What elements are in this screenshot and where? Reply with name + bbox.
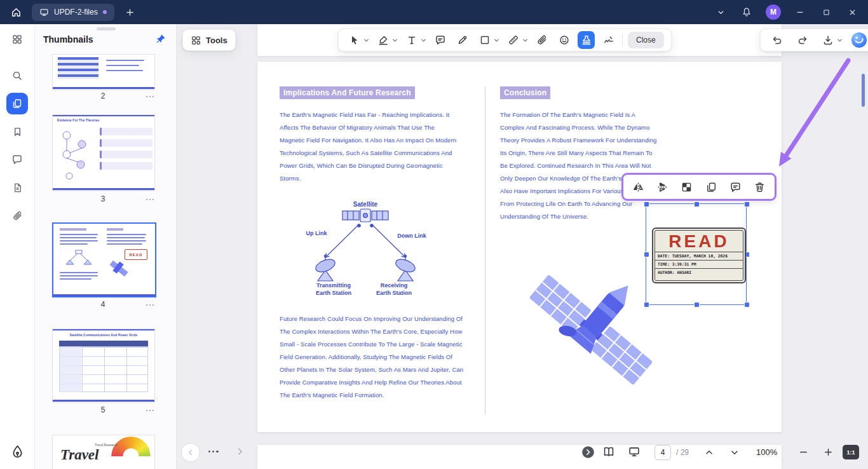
thumbnail-menu-button[interactable]	[142, 405, 158, 416]
pencil-tool[interactable]	[454, 31, 471, 49]
document-tab[interactable]: UPDF-2-files	[32, 4, 114, 21]
page-thumbnail-5[interactable]: Satellite Communications And Power Grids	[52, 329, 155, 402]
thumbnails-panel: Thumbnails 2 Evidence For The Theories 3	[35, 24, 177, 469]
select-dropdown-chevron[interactable]	[363, 37, 369, 43]
resize-handle[interactable]	[644, 201, 649, 207]
diagram-label-transmitting: TransmittingEarth Station	[301, 282, 367, 297]
tools-button[interactable]: Tools	[182, 29, 236, 51]
sticker-tool[interactable]	[555, 31, 573, 49]
annotations-list-button[interactable]	[6, 177, 28, 198]
column-divider	[485, 87, 485, 414]
vertical-scrollbar[interactable]	[862, 74, 865, 107]
thumbnail-menu-button[interactable]	[142, 300, 158, 310]
notifications-button[interactable]	[740, 5, 754, 19]
page-thumbnail-2[interactable]	[52, 54, 155, 90]
page-current[interactable]: Implications And Future Research The Ear…	[257, 62, 782, 432]
highlight-dropdown-chevron[interactable]	[392, 37, 398, 43]
stamp-author: AUTHOR: ANSARI	[655, 268, 743, 276]
undo-button[interactable]	[768, 31, 785, 49]
resize-handle[interactable]	[644, 252, 649, 257]
home-button[interactable]	[9, 5, 23, 19]
text-dropdown-chevron[interactable]	[421, 37, 426, 43]
select-tool[interactable]	[346, 31, 363, 49]
shape-dropdown-chevron[interactable]	[494, 37, 499, 43]
stamp-tool[interactable]	[578, 31, 595, 49]
redo-button[interactable]	[794, 31, 811, 49]
minimize-icon	[796, 8, 804, 17]
updf-logo	[6, 440, 28, 462]
attachment-tool[interactable]	[533, 31, 550, 49]
home-panel-button[interactable]	[6, 29, 28, 50]
titlebar-collapse-button[interactable]	[714, 5, 728, 19]
page-next	[257, 445, 782, 469]
duplicate-button[interactable]	[702, 177, 721, 196]
panel-drag-handle[interactable]	[97, 27, 116, 31]
measure-dropdown-chevron[interactable]	[522, 37, 528, 43]
pin-icon[interactable]	[156, 34, 166, 44]
bookmarks-button[interactable]	[6, 121, 28, 142]
close-toolbar-button[interactable]: Close	[628, 32, 664, 48]
save-dropdown-chevron[interactable]	[837, 37, 843, 43]
flip-horizontal-button[interactable]	[628, 177, 648, 196]
new-tab-button[interactable]	[123, 5, 137, 19]
next-page-button[interactable]	[235, 447, 245, 456]
resize-handle[interactable]	[694, 201, 700, 207]
diagram-label-satellite: Satellite	[340, 201, 391, 208]
search-button[interactable]	[6, 65, 28, 86]
actual-size-button[interactable]: 1:1	[843, 445, 859, 459]
slideshow-button[interactable]	[628, 445, 641, 458]
monitor-icon	[39, 8, 49, 17]
page-thumbnail-3[interactable]: Evidence For The Theories	[52, 114, 155, 191]
zoom-out-button[interactable]	[798, 447, 809, 458]
section-heading: Conclusion	[500, 86, 550, 99]
resize-handle[interactable]	[744, 302, 750, 308]
sticky-note-tool[interactable]	[431, 31, 449, 49]
diagram-label-uplink: Up Link	[297, 229, 336, 237]
resize-handle[interactable]	[644, 302, 649, 308]
thumbnails-panel-button[interactable]	[6, 93, 28, 114]
delete-button[interactable]	[750, 177, 770, 196]
diagram-label-receiving: ReceivingEarth Station	[361, 282, 427, 297]
satellite-illustration	[518, 268, 664, 392]
tools-icon	[191, 35, 201, 46]
tools-label: Tools	[206, 36, 227, 45]
opacity-button[interactable]	[677, 177, 696, 196]
signature-tool[interactable]	[600, 31, 617, 49]
page-up-button[interactable]	[704, 447, 714, 458]
satellite-link-diagram: Satellite Up Link Down Link Transmitting…	[286, 200, 445, 297]
page-down-button[interactable]	[729, 447, 740, 458]
resize-handle[interactable]	[694, 302, 700, 308]
measure-tool[interactable]	[505, 31, 522, 49]
zoom-in-button[interactable]	[823, 447, 834, 458]
thumbnail-menu-button[interactable]	[142, 92, 158, 102]
user-avatar[interactable]: M	[766, 4, 781, 20]
resize-handle[interactable]	[744, 201, 750, 207]
more-pages-button[interactable]	[208, 451, 219, 452]
highlight-tool[interactable]	[374, 31, 391, 49]
expand-panel-button[interactable]	[581, 445, 595, 459]
minimize-button[interactable]	[793, 5, 807, 19]
stamp-selection-box[interactable]: READ DATE: TUESDAY, MARCH 10, 2026 TIME:…	[646, 203, 747, 305]
reading-mode-button[interactable]	[602, 445, 615, 458]
ai-assistant-button[interactable]	[851, 32, 867, 48]
app-sidebar	[0, 24, 35, 469]
page-number-input[interactable]	[654, 445, 671, 460]
read-stamp[interactable]: READ DATE: TUESDAY, MARCH 10, 2026 TIME:…	[652, 228, 746, 283]
zoom-level[interactable]: 100%	[756, 447, 777, 457]
page-thumbnail-4[interactable]: READ	[52, 222, 156, 297]
previous-page-button[interactable]	[181, 443, 200, 462]
attachments-button[interactable]	[6, 205, 28, 226]
thumbnail-menu-button[interactable]	[142, 194, 158, 205]
thumb-title: Travel	[60, 447, 98, 463]
shape-tool[interactable]	[476, 31, 493, 49]
text-tool[interactable]	[403, 31, 420, 49]
page-thumbnail-6[interactable]: Trend Research Travel	[52, 435, 155, 469]
maximize-button[interactable]	[819, 5, 833, 19]
flip-vertical-button[interactable]	[653, 177, 672, 196]
page-number: 2	[52, 92, 154, 100]
comments-button[interactable]	[6, 149, 28, 170]
close-window-button[interactable]	[845, 5, 859, 19]
save-button[interactable]	[819, 31, 836, 49]
comment-button[interactable]	[726, 177, 745, 196]
stamp-context-toolbar	[621, 173, 776, 201]
